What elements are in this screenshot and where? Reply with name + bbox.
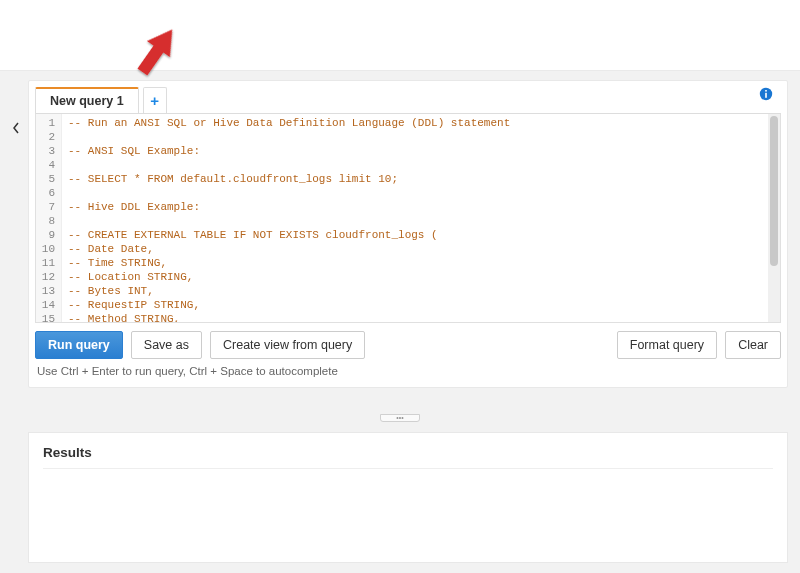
code-line: -- Bytes INT, — [68, 284, 774, 298]
line-number: 11 — [40, 256, 55, 270]
code-line: -- ANSI SQL Example: — [68, 144, 774, 158]
results-panel: Results — [28, 432, 788, 563]
svg-rect-2 — [765, 90, 767, 92]
code-line — [68, 186, 774, 200]
editor-scrollbar[interactable] — [768, 114, 780, 322]
action-bar: Run query Save as Create view from query… — [29, 323, 787, 365]
code-line — [68, 214, 774, 228]
line-number: 10 — [40, 242, 55, 256]
new-tab-button[interactable]: + — [143, 87, 167, 113]
code-line: -- Time STRING, — [68, 256, 774, 270]
format-query-button[interactable]: Format query — [617, 331, 717, 359]
line-number: 4 — [40, 158, 55, 172]
code-line: -- Location STRING, — [68, 270, 774, 284]
panel-resize-handle[interactable]: ••• — [380, 414, 420, 422]
line-number: 5 — [40, 172, 55, 186]
code-line: -- SELECT * FROM default.cloudfront_logs… — [68, 172, 774, 186]
code-line: -- Method STRING, — [68, 312, 774, 322]
query-panel: New query 1 + 12345678910111213141516171… — [28, 80, 788, 388]
top-bar — [0, 0, 800, 70]
keyboard-hint: Use Ctrl + Enter to run query, Ctrl + Sp… — [29, 365, 787, 387]
results-title: Results — [43, 445, 773, 469]
line-number: 12 — [40, 270, 55, 284]
sql-editor[interactable]: 123456789101112131415161718192021 -- Run… — [35, 113, 781, 323]
line-number: 9 — [40, 228, 55, 242]
code-line — [68, 158, 774, 172]
line-number: 15 — [40, 312, 55, 323]
tab-label: New query 1 — [50, 94, 124, 108]
create-view-button[interactable]: Create view from query — [210, 331, 365, 359]
line-number: 8 — [40, 214, 55, 228]
code-line: -- CREATE EXTERNAL TABLE IF NOT EXISTS c… — [68, 228, 774, 242]
tab-new-query-1[interactable]: New query 1 — [35, 87, 139, 113]
line-number: 13 — [40, 284, 55, 298]
line-number: 3 — [40, 144, 55, 158]
line-number: 14 — [40, 298, 55, 312]
code-line — [68, 130, 774, 144]
info-icon[interactable] — [759, 87, 773, 104]
scrollbar-thumb[interactable] — [770, 116, 778, 266]
code-area[interactable]: -- Run an ANSI SQL or Hive Data Definiti… — [62, 114, 780, 322]
line-number: 6 — [40, 186, 55, 200]
code-line: -- RequestIP STRING, — [68, 298, 774, 312]
svg-rect-1 — [765, 93, 767, 98]
line-number: 1 — [40, 116, 55, 130]
run-query-button[interactable]: Run query — [35, 331, 123, 359]
code-line: -- Date Date, — [68, 242, 774, 256]
code-line: -- Run an ANSI SQL or Hive Data Definiti… — [68, 116, 774, 130]
code-line: -- Hive DDL Example: — [68, 200, 774, 214]
query-tabs: New query 1 + — [29, 81, 787, 113]
save-as-button[interactable]: Save as — [131, 331, 202, 359]
line-number: 7 — [40, 200, 55, 214]
collapse-sidebar-chevron[interactable] — [8, 118, 24, 138]
line-gutter: 123456789101112131415161718192021 — [36, 114, 62, 322]
line-number: 2 — [40, 130, 55, 144]
plus-icon: + — [150, 92, 159, 109]
clear-button[interactable]: Clear — [725, 331, 781, 359]
